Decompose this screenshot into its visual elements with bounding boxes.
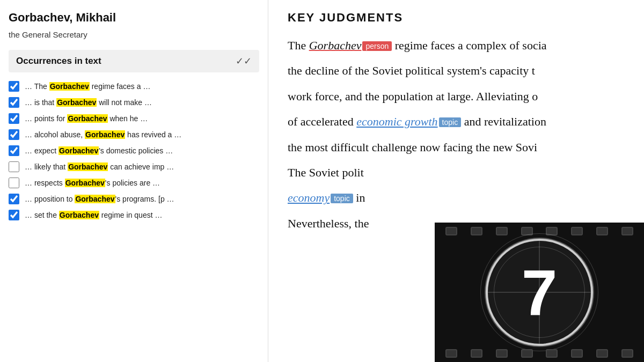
person-italic: Gorbachev (309, 39, 362, 52)
occurrence-text: … pposition to Gorbachev's programs. [p … (25, 195, 174, 203)
p4-before: of accelerated (288, 115, 356, 128)
occurrence-text: … points for Gorbachev when he … (25, 114, 148, 123)
perf-hole (496, 349, 508, 358)
occurrence-highlight: Gorbachev (85, 130, 125, 139)
economic-growth-link[interactable]: economic growth (356, 115, 437, 128)
occurrence-highlight: Gorbachev (58, 146, 99, 155)
perf-hole (445, 349, 457, 358)
list-item: … respects Gorbachev's policies are … (9, 176, 259, 189)
p1-before: The (288, 39, 309, 52)
paragraph-economy: economytopic in (288, 188, 631, 208)
occurrence-highlight: Gorbachev (67, 114, 107, 123)
perf-hole (445, 227, 457, 235)
occurrence-highlight: Gorbachev (75, 195, 115, 203)
person-subtitle: the General Secretary (9, 30, 259, 39)
paragraph-3: work force, and the population at large.… (288, 86, 631, 106)
list-item: … likely that Gorbachev can achieve imp … (9, 160, 259, 173)
occurrence-checkbox[interactable] (9, 129, 19, 140)
list-item: … set the Gorbachev regime in quest … (9, 209, 259, 221)
crosshair-vertical (539, 241, 540, 344)
topic-tag-badge[interactable]: topic (439, 117, 462, 127)
main-text: The Gorbachevperson regime faces a compl… (288, 35, 631, 233)
check-all-icon[interactable]: ✓✓ (236, 55, 252, 67)
countdown-circle: 7 (486, 239, 593, 346)
occurrences-header: Occurrences in text ✓✓ (9, 50, 259, 72)
occurrence-checkbox[interactable] (9, 210, 19, 220)
perf-hole (496, 227, 508, 235)
list-item: … The Gorbachev regime faces a … (9, 80, 259, 93)
perf-hole (621, 349, 633, 358)
occurrence-checkbox[interactable] (9, 97, 19, 108)
economy-after: in (353, 191, 365, 204)
p1-after: regime faces a complex of socia (392, 39, 546, 52)
person-tag-badge[interactable]: person (362, 41, 392, 51)
perf-hole (546, 349, 558, 358)
p6-before: The Soviet polit (288, 166, 364, 179)
film-strip: 7 (435, 223, 644, 362)
occurrence-checkbox[interactable] (9, 81, 19, 92)
occurrence-text: … set the Gorbachev regime in quest … (25, 211, 162, 219)
paragraph-4: of accelerated economic growthtopic and … (288, 112, 631, 131)
list-item: … alcohol abuse, Gorbachev has revived a… (9, 128, 259, 141)
occurrence-checkbox[interactable] (9, 113, 19, 124)
p4-after: and revitalization (461, 115, 546, 128)
paragraph-2: the decline of the Soviet political syst… (288, 61, 631, 80)
occurrence-checkbox[interactable] (9, 178, 19, 188)
perf-hole (621, 227, 633, 235)
economy-link[interactable]: economy (288, 191, 330, 204)
occurrence-text: … The Gorbachev regime faces a … (25, 82, 150, 91)
list-item: … is that Gorbachev will not make … (9, 96, 259, 109)
perf-hole (596, 349, 608, 358)
economy-tag-badge[interactable]: topic (331, 194, 353, 203)
perf-hole (471, 349, 482, 358)
paragraph-5: the most difficult challenge now facing … (288, 137, 631, 157)
occurrence-highlight: Gorbachev (49, 82, 90, 91)
perf-hole (571, 349, 583, 358)
perforations-bottom (435, 349, 644, 358)
occurrence-text: … expect Gorbachev's domestic policies … (25, 146, 173, 155)
list-item: … expect Gorbachev's domestic policies … (9, 144, 259, 157)
occurrence-highlight: Gorbachev (68, 162, 108, 171)
perf-hole (471, 227, 482, 235)
list-item: … points for Gorbachev when he … (9, 112, 259, 125)
section-title: KEY JUDGMENTS (288, 11, 631, 25)
occurrence-highlight: Gorbachev (56, 98, 97, 107)
perf-hole (571, 227, 583, 235)
occurrences-title: Occurrences in text (16, 56, 101, 67)
occurrence-text: … likely that Gorbachev can achieve imp … (25, 162, 174, 171)
occurrence-checkbox[interactable] (9, 145, 19, 156)
film-overlay: 7 (435, 223, 644, 362)
perf-hole (521, 349, 533, 358)
occurrence-text: … respects Gorbachev's policies are … (25, 179, 160, 187)
occurrence-text: … alcohol abuse, Gorbachev has revived a… (25, 130, 181, 139)
paragraph-6: The Soviet polit (288, 162, 631, 182)
occurrence-checkbox[interactable] (9, 194, 19, 204)
occurrence-checkbox[interactable] (9, 161, 19, 172)
list-item: … pposition to Gorbachev's programs. [p … (9, 193, 259, 205)
occurrence-highlight: Gorbachev (59, 211, 99, 219)
paragraph-1: The Gorbachevperson regime faces a compl… (288, 35, 631, 55)
perf-hole (596, 227, 608, 235)
occurrences-list: … The Gorbachev regime faces a …… is tha… (9, 80, 259, 221)
person-name: Gorbachev, Mikhail (9, 11, 259, 25)
occurrence-highlight: Gorbachev (65, 179, 105, 187)
right-panel: KEY JUDGMENTS The Gorbachevperson regime… (268, 0, 644, 362)
left-panel: Gorbachev, Mikhail the General Secretary… (0, 0, 268, 362)
occurrence-text: … is that Gorbachev will not make … (25, 98, 152, 107)
